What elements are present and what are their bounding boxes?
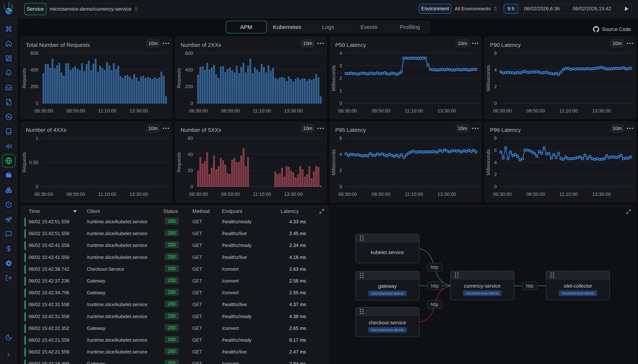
svg-text:13:30:00: 13:30:00	[592, 192, 611, 197]
svg-text:08:50:00: 08:50:00	[221, 108, 240, 114]
svg-text:0: 0	[494, 184, 497, 190]
svg-text:Milliseconds: Milliseconds	[486, 149, 491, 176]
svg-text:13:30:00: 13:30:00	[592, 108, 611, 114]
svg-text:08:50:00: 08:50:00	[221, 192, 240, 197]
svg-text:1: 1	[36, 135, 38, 141]
svg-text:0: 0	[36, 100, 38, 106]
svg-text:13:30:00: 13:30:00	[284, 192, 303, 197]
svg-text:06:30:00: 06:30:00	[493, 192, 512, 197]
svg-text:8: 8	[494, 135, 497, 141]
svg-text:Milliseconds: Milliseconds	[331, 65, 336, 91]
svg-text:200: 200	[31, 84, 38, 89]
svg-text:0.50: 0.50	[29, 160, 38, 165]
svg-text:Requests: Requests	[176, 152, 182, 172]
svg-text:11:10:00: 11:10:00	[405, 108, 423, 114]
svg-text:13:30:00: 13:30:00	[129, 192, 148, 197]
svg-text:11:10:00: 11:10:00	[253, 108, 271, 114]
svg-text:08:50:00: 08:50:00	[372, 192, 390, 197]
svg-text:4: 4	[339, 50, 342, 56]
svg-text:4: 4	[339, 152, 342, 157]
svg-text:13:30:00: 13:30:00	[438, 108, 456, 114]
svg-text:20: 20	[188, 168, 193, 173]
svg-text:Milliseconds: Milliseconds	[486, 65, 491, 91]
svg-text:60: 60	[188, 135, 193, 141]
svg-text:0: 0	[339, 184, 342, 190]
svg-text:400: 400	[185, 67, 193, 73]
svg-text:2: 2	[494, 172, 497, 177]
svg-text:11:10:00: 11:10:00	[253, 192, 271, 197]
svg-text:0: 0	[190, 184, 193, 190]
svg-text:2: 2	[339, 168, 342, 173]
svg-text:13:30:00: 13:30:00	[438, 192, 456, 197]
svg-text:2: 2	[339, 76, 342, 81]
svg-text:06:30:00: 06:30:00	[35, 108, 53, 114]
svg-text:06:30:00: 06:30:00	[493, 108, 512, 114]
svg-text:06:30:00: 06:30:00	[338, 108, 357, 114]
svg-text:13:30:00: 13:30:00	[284, 108, 303, 114]
svg-text:13:30:00: 13:30:00	[129, 108, 148, 114]
svg-text:08:50:00: 08:50:00	[67, 108, 85, 114]
svg-text:08:50:00: 08:50:00	[67, 192, 85, 197]
svg-text:6: 6	[339, 135, 342, 141]
svg-text:11:10:00: 11:10:00	[559, 108, 578, 114]
svg-text:Requests: Requests	[176, 68, 182, 88]
svg-text:6: 6	[494, 148, 497, 153]
svg-text:06:30:00: 06:30:00	[338, 192, 357, 197]
svg-text:0: 0	[36, 184, 38, 190]
svg-text:11:10:00: 11:10:00	[98, 192, 116, 197]
svg-text:2: 2	[494, 84, 497, 89]
svg-text:600: 600	[185, 50, 193, 56]
svg-text:3: 3	[339, 63, 342, 68]
svg-text:6: 6	[494, 50, 497, 56]
svg-text:0: 0	[339, 100, 342, 106]
svg-text:0: 0	[190, 100, 193, 106]
svg-text:0: 0	[494, 100, 497, 106]
svg-text:06:30:00: 06:30:00	[189, 192, 208, 197]
svg-text:11:10:00: 11:10:00	[98, 108, 116, 114]
svg-text:08:50:00: 08:50:00	[526, 108, 545, 114]
svg-text:08:50:00: 08:50:00	[372, 108, 390, 114]
svg-text:4: 4	[494, 67, 497, 73]
svg-text:06:30:00: 06:30:00	[189, 108, 208, 114]
svg-text:11:10:00: 11:10:00	[405, 192, 423, 197]
svg-text:Milliseconds: Milliseconds	[331, 149, 336, 176]
svg-text:1: 1	[339, 88, 342, 94]
svg-text:600: 600	[31, 50, 38, 56]
svg-text:11:10:00: 11:10:00	[559, 192, 578, 197]
svg-text:40: 40	[188, 152, 193, 157]
svg-text:08:50:00: 08:50:00	[526, 192, 545, 197]
svg-text:200: 200	[185, 84, 193, 89]
svg-text:06:30:00: 06:30:00	[35, 192, 53, 197]
svg-text:400: 400	[31, 67, 38, 73]
svg-text:Requests: Requests	[22, 152, 27, 172]
svg-text:Requests: Requests	[22, 68, 27, 88]
svg-text:4: 4	[494, 160, 497, 165]
